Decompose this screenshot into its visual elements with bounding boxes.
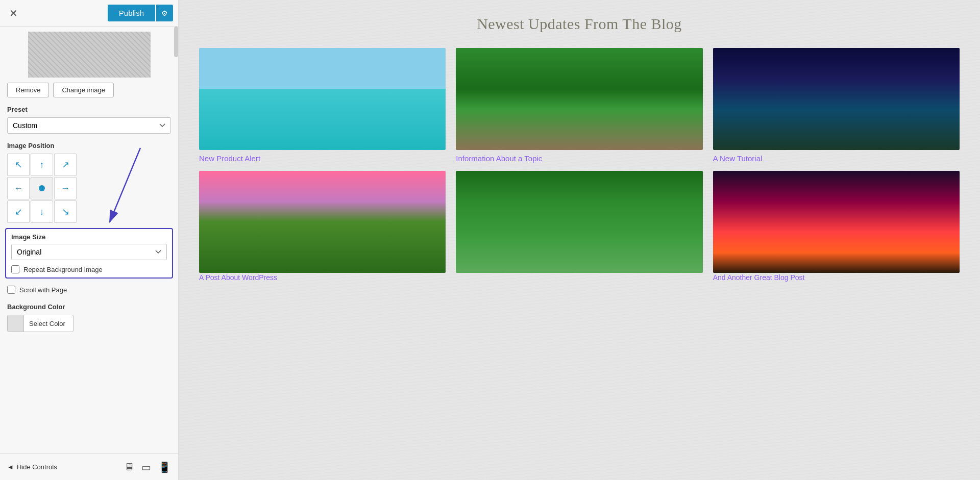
image-preview	[28, 32, 151, 78]
pos-mid-left[interactable]: ←	[7, 177, 30, 199]
post-image-ocean	[199, 48, 446, 150]
post-item: Information About a Topic	[456, 48, 702, 163]
panel-scroll[interactable]: Remove Change image Preset Custom Cover …	[0, 27, 178, 453]
bottom-post-item	[456, 171, 702, 282]
background-color-label: Background Color	[7, 303, 171, 315]
image-size-label: Image Size	[11, 233, 167, 244]
hide-controls-button[interactable]: ◄ Hide Controls	[7, 463, 57, 471]
select-color-button[interactable]: Select Color	[7, 315, 74, 332]
blog-title: Newest Updates From The Blog	[199, 15, 960, 33]
hide-controls-icon: ◄	[7, 463, 14, 471]
post-link-3[interactable]: A New Tutorial	[713, 154, 960, 163]
bottom-post-item: A Post About WordPress	[199, 171, 446, 282]
repeat-background-label[interactable]: Repeat Background Image	[23, 266, 103, 273]
pos-mid-center[interactable]	[31, 177, 53, 199]
close-icon: ✕	[9, 8, 18, 19]
post-item: New Product Alert	[199, 48, 446, 163]
device-icons: 🖥 ▭ 📱	[124, 461, 171, 473]
bottom-posts-grid: A Post About WordPress And Another Great…	[199, 171, 960, 282]
bottom-post-item: And Another Great Blog Post	[713, 171, 960, 282]
scroll-indicator[interactable]	[174, 27, 178, 57]
gear-icon: ⚙	[161, 9, 168, 17]
post-image-forest	[456, 48, 702, 150]
image-size-dropdown[interactable]: Original Cover Contain Auto	[11, 244, 167, 260]
main-content: Newest Updates From The Blog New Product…	[179, 0, 980, 480]
top-bar: ✕ Publish ⚙	[0, 0, 178, 27]
posts-grid: New Product Alert Information About a To…	[199, 48, 960, 163]
pos-top-right[interactable]: ↗	[54, 154, 77, 176]
image-position-label: Image Position	[0, 139, 178, 151]
post-link-1[interactable]: New Product Alert	[199, 154, 446, 163]
pos-mid-right[interactable]: →	[54, 177, 77, 199]
hide-controls-label: Hide Controls	[17, 463, 57, 471]
repeat-background-checkbox[interactable]	[11, 265, 19, 273]
settings-button[interactable]: ⚙	[156, 5, 173, 21]
bottom-post-link-3[interactable]: And Another Great Blog Post	[713, 273, 805, 282]
tablet-icon[interactable]: ▭	[141, 461, 151, 473]
remove-image-button[interactable]: Remove	[7, 83, 49, 97]
position-grid: ↖ ↑ ↗ ← → ↙ ↓ ↘	[7, 154, 171, 223]
desktop-icon[interactable]: 🖥	[124, 461, 134, 473]
publish-button[interactable]: Publish	[108, 5, 155, 21]
close-button[interactable]: ✕	[5, 5, 22, 21]
publish-area: Publish ⚙	[108, 5, 173, 21]
change-image-button[interactable]: Change image	[53, 83, 114, 97]
pos-top-left[interactable]: ↖	[7, 154, 30, 176]
post-image-redsky	[713, 171, 960, 273]
repeat-row: Repeat Background Image	[11, 265, 167, 273]
post-image-waterfall	[199, 171, 446, 273]
post-item: A New Tutorial	[713, 48, 960, 163]
pos-bot-left[interactable]: ↙	[7, 200, 30, 223]
pos-bot-right[interactable]: ↘	[54, 200, 77, 223]
pos-top-center[interactable]: ↑	[31, 154, 53, 176]
image-size-section: Image Size Original Cover Contain Auto R…	[5, 228, 173, 279]
left-panel: ✕ Publish ⚙ Remove Change image Preset C…	[0, 0, 179, 480]
color-label-text: Select Color	[24, 320, 70, 327]
mobile-icon[interactable]: 📱	[158, 461, 171, 473]
post-link-2[interactable]: Information About a Topic	[456, 154, 702, 163]
blog-area: Newest Updates From The Blog New Product…	[179, 0, 980, 480]
pos-center-dot	[39, 185, 45, 191]
bottom-post-link-1[interactable]: A Post About WordPress	[199, 273, 277, 282]
scroll-with-page-checkbox[interactable]	[7, 286, 15, 294]
scroll-with-page-label[interactable]: Scroll with Page	[19, 286, 67, 294]
scroll-with-page-row: Scroll with Page	[0, 283, 178, 299]
post-image-forest2	[456, 171, 702, 273]
bottom-bar: ◄ Hide Controls 🖥 ▭ 📱	[0, 453, 178, 480]
image-buttons: Remove Change image	[0, 78, 178, 103]
color-swatch	[8, 315, 24, 332]
post-image-moonlake	[713, 48, 960, 150]
preset-label: Preset	[0, 103, 178, 115]
pos-bot-center[interactable]: ↓	[31, 200, 53, 223]
background-color-section: Background Color Select Color	[0, 299, 178, 339]
preset-dropdown[interactable]: Custom Cover Contain Default	[7, 117, 171, 134]
